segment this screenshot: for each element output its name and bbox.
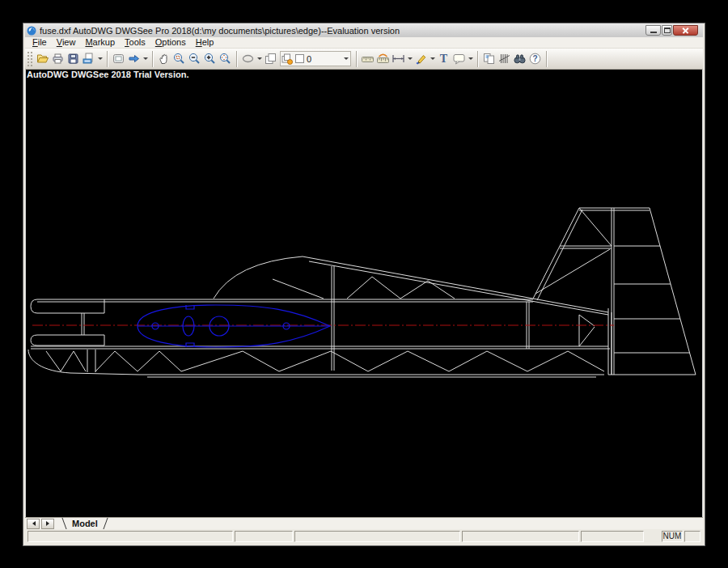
toolbar-grip[interactable] (28, 52, 32, 66)
toolbar-separator (236, 51, 237, 67)
num-lock-indicator: NUM (662, 531, 683, 542)
measure-ruler-icon[interactable] (360, 51, 375, 66)
status-panel (581, 531, 644, 542)
toolbar-separator (546, 51, 547, 67)
layer-combo-dropdown[interactable] (342, 51, 349, 66)
pen-markup-icon[interactable] (413, 51, 429, 66)
zoom-out-icon[interactable] (187, 51, 202, 66)
toolbar-separator (107, 51, 108, 67)
app-window: fuse.dxf AutoDWG DWGSee Pro 2018(d:\my d… (23, 23, 705, 546)
close-button[interactable] (673, 25, 698, 36)
layer-name: 0 (307, 54, 342, 64)
app-logo-icon (27, 26, 36, 36)
menu-help[interactable]: Help (191, 37, 219, 48)
pan-hand-icon[interactable] (156, 51, 171, 66)
layer-combo[interactable]: 0 (280, 51, 351, 66)
menubar: File View Markup Tools Options Help (25, 37, 703, 49)
fuselage-wireframe (28, 208, 696, 377)
dimension-icon[interactable] (391, 51, 406, 66)
maximize-icon (664, 28, 671, 33)
forward-arrow-icon[interactable] (126, 51, 142, 66)
status-panel (462, 531, 579, 542)
menu-view[interactable]: View (52, 37, 81, 48)
toolbar: 0 T (25, 49, 703, 70)
minimize-icon (650, 32, 657, 33)
save-icon[interactable] (66, 51, 81, 66)
ellipse-dropdown[interactable] (256, 51, 263, 66)
status-panel (294, 531, 460, 542)
left-arrow-icon (30, 521, 36, 526)
maximize-button[interactable] (662, 25, 672, 36)
convert-dwg-icon[interactable] (81, 51, 96, 66)
statusbar: NUM (25, 529, 703, 544)
comment-bubble-icon[interactable] (451, 51, 467, 66)
revision-fence-icon[interactable] (497, 51, 512, 66)
right-arrow-icon (46, 521, 52, 526)
tab-scroll-right-button[interactable] (41, 519, 54, 529)
zoom-extents-icon[interactable] (218, 51, 233, 66)
dimension-dropdown[interactable] (406, 51, 413, 66)
toolbar-separator (152, 51, 153, 67)
layer-manager-icon (281, 53, 293, 65)
fit-window-icon[interactable] (111, 51, 126, 66)
status-resize-grip (684, 531, 700, 542)
window-title: fuse.dxf AutoDWG DWGSee Pro 2018(d:\my d… (40, 26, 400, 36)
toolbar-separator (356, 51, 357, 67)
trial-watermark: AutoDWG DWGSee 2018 Trial Version. (27, 70, 189, 79)
status-message-panel (28, 531, 233, 542)
pen-dropdown[interactable] (429, 51, 436, 66)
tab-scroll-left-button[interactable] (27, 519, 40, 529)
tab-model[interactable]: Model (61, 518, 109, 529)
forward-dropdown[interactable] (142, 51, 149, 66)
open-file-icon[interactable] (35, 51, 50, 66)
zoom-in-icon[interactable] (202, 51, 218, 66)
text-markup-icon[interactable]: T (436, 51, 451, 66)
status-panel (235, 531, 293, 542)
titlebar[interactable]: fuse.dxf AutoDWG DWGSee Pro 2018(d:\my d… (25, 23, 703, 37)
menu-options[interactable]: Options (150, 37, 191, 48)
menu-markup[interactable]: Markup (80, 37, 120, 48)
print-icon[interactable] (50, 51, 66, 66)
layer-color-swatch (295, 54, 304, 63)
comment-dropdown[interactable] (467, 51, 474, 66)
svg-text:T: T (440, 53, 448, 65)
zoom-window-icon[interactable] (171, 51, 187, 66)
minimize-button[interactable] (645, 25, 661, 36)
menu-file[interactable]: File (28, 37, 52, 48)
menu-tools[interactable]: Tools (120, 37, 150, 48)
convert-dropdown[interactable] (96, 51, 104, 66)
measure-area-icon[interactable] (375, 51, 391, 66)
find-binoculars-icon[interactable] (512, 51, 527, 66)
layers-icon[interactable] (263, 51, 278, 66)
drawing-canvas[interactable]: AutoDWG DWGSee 2018 Trial Version. (25, 70, 703, 517)
dxf-drawing (26, 70, 703, 517)
wing-detail-blue (138, 305, 330, 347)
copy-pages-icon[interactable] (481, 51, 497, 66)
help-icon[interactable]: ? (527, 51, 543, 66)
toolbar-separator (477, 51, 478, 67)
sheet-tab-row: Model (25, 517, 703, 529)
svg-text:?: ? (532, 54, 537, 63)
ellipse-markup-icon[interactable] (240, 51, 256, 66)
close-icon (682, 27, 689, 34)
